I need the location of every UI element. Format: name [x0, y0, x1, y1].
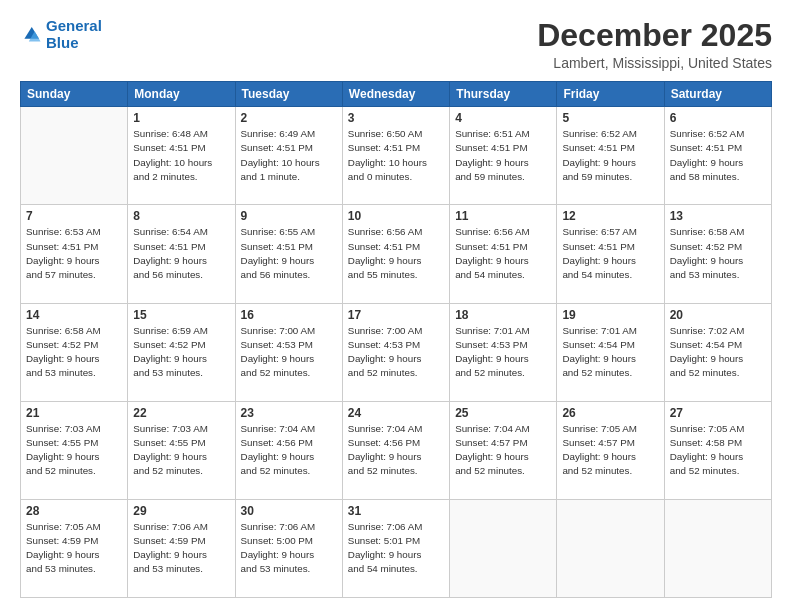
calendar-cell: 1Sunrise: 6:48 AM Sunset: 4:51 PM Daylig… — [128, 107, 235, 205]
calendar-cell: 3Sunrise: 6:50 AM Sunset: 4:51 PM Daylig… — [342, 107, 449, 205]
day-info: Sunrise: 6:58 AM Sunset: 4:52 PM Dayligh… — [670, 225, 766, 282]
day-number: 12 — [562, 209, 658, 223]
day-number: 23 — [241, 406, 337, 420]
calendar-cell: 5Sunrise: 6:52 AM Sunset: 4:51 PM Daylig… — [557, 107, 664, 205]
day-info: Sunrise: 7:03 AM Sunset: 4:55 PM Dayligh… — [26, 422, 122, 479]
calendar-cell: 25Sunrise: 7:04 AM Sunset: 4:57 PM Dayli… — [450, 401, 557, 499]
calendar-cell: 24Sunrise: 7:04 AM Sunset: 4:56 PM Dayli… — [342, 401, 449, 499]
calendar-cell: 17Sunrise: 7:00 AM Sunset: 4:53 PM Dayli… — [342, 303, 449, 401]
weekday-header-friday: Friday — [557, 82, 664, 107]
logo-line1: General — [46, 17, 102, 34]
calendar-cell — [21, 107, 128, 205]
day-info: Sunrise: 6:52 AM Sunset: 4:51 PM Dayligh… — [562, 127, 658, 184]
day-number: 18 — [455, 308, 551, 322]
calendar-cell: 27Sunrise: 7:05 AM Sunset: 4:58 PM Dayli… — [664, 401, 771, 499]
day-number: 14 — [26, 308, 122, 322]
day-info: Sunrise: 6:48 AM Sunset: 4:51 PM Dayligh… — [133, 127, 229, 184]
logo-icon — [20, 24, 42, 46]
day-info: Sunrise: 6:54 AM Sunset: 4:51 PM Dayligh… — [133, 225, 229, 282]
day-number: 6 — [670, 111, 766, 125]
day-number: 29 — [133, 504, 229, 518]
calendar-cell: 15Sunrise: 6:59 AM Sunset: 4:52 PM Dayli… — [128, 303, 235, 401]
day-number: 26 — [562, 406, 658, 420]
day-number: 13 — [670, 209, 766, 223]
page: General Blue December 2025 Lambert, Miss… — [0, 0, 792, 612]
day-info: Sunrise: 6:53 AM Sunset: 4:51 PM Dayligh… — [26, 225, 122, 282]
day-number: 4 — [455, 111, 551, 125]
calendar-cell: 4Sunrise: 6:51 AM Sunset: 4:51 PM Daylig… — [450, 107, 557, 205]
calendar-cell: 14Sunrise: 6:58 AM Sunset: 4:52 PM Dayli… — [21, 303, 128, 401]
subtitle: Lambert, Mississippi, United States — [537, 55, 772, 71]
day-info: Sunrise: 7:03 AM Sunset: 4:55 PM Dayligh… — [133, 422, 229, 479]
weekday-header-monday: Monday — [128, 82, 235, 107]
day-info: Sunrise: 7:05 AM Sunset: 4:57 PM Dayligh… — [562, 422, 658, 479]
day-info: Sunrise: 6:55 AM Sunset: 4:51 PM Dayligh… — [241, 225, 337, 282]
day-number: 31 — [348, 504, 444, 518]
calendar-cell: 8Sunrise: 6:54 AM Sunset: 4:51 PM Daylig… — [128, 205, 235, 303]
day-number: 10 — [348, 209, 444, 223]
day-info: Sunrise: 7:00 AM Sunset: 4:53 PM Dayligh… — [348, 324, 444, 381]
calendar-cell: 11Sunrise: 6:56 AM Sunset: 4:51 PM Dayli… — [450, 205, 557, 303]
calendar-cell: 29Sunrise: 7:06 AM Sunset: 4:59 PM Dayli… — [128, 499, 235, 597]
day-info: Sunrise: 6:52 AM Sunset: 4:51 PM Dayligh… — [670, 127, 766, 184]
calendar-cell: 13Sunrise: 6:58 AM Sunset: 4:52 PM Dayli… — [664, 205, 771, 303]
day-info: Sunrise: 7:05 AM Sunset: 4:58 PM Dayligh… — [670, 422, 766, 479]
day-info: Sunrise: 7:04 AM Sunset: 4:56 PM Dayligh… — [241, 422, 337, 479]
title-block: December 2025 Lambert, Mississippi, Unit… — [537, 18, 772, 71]
calendar-cell — [450, 499, 557, 597]
calendar-row: 21Sunrise: 7:03 AM Sunset: 4:55 PM Dayli… — [21, 401, 772, 499]
calendar-row: 14Sunrise: 6:58 AM Sunset: 4:52 PM Dayli… — [21, 303, 772, 401]
day-info: Sunrise: 6:57 AM Sunset: 4:51 PM Dayligh… — [562, 225, 658, 282]
weekday-header-wednesday: Wednesday — [342, 82, 449, 107]
day-number: 9 — [241, 209, 337, 223]
day-number: 8 — [133, 209, 229, 223]
calendar-cell: 21Sunrise: 7:03 AM Sunset: 4:55 PM Dayli… — [21, 401, 128, 499]
weekday-header-sunday: Sunday — [21, 82, 128, 107]
weekday-header-row: SundayMondayTuesdayWednesdayThursdayFrid… — [21, 82, 772, 107]
day-info: Sunrise: 6:51 AM Sunset: 4:51 PM Dayligh… — [455, 127, 551, 184]
calendar-row: 7Sunrise: 6:53 AM Sunset: 4:51 PM Daylig… — [21, 205, 772, 303]
calendar-cell: 26Sunrise: 7:05 AM Sunset: 4:57 PM Dayli… — [557, 401, 664, 499]
day-info: Sunrise: 7:01 AM Sunset: 4:53 PM Dayligh… — [455, 324, 551, 381]
main-title: December 2025 — [537, 18, 772, 53]
day-info: Sunrise: 7:06 AM Sunset: 4:59 PM Dayligh… — [133, 520, 229, 577]
calendar-cell: 19Sunrise: 7:01 AM Sunset: 4:54 PM Dayli… — [557, 303, 664, 401]
day-number: 3 — [348, 111, 444, 125]
day-number: 16 — [241, 308, 337, 322]
calendar-cell: 7Sunrise: 6:53 AM Sunset: 4:51 PM Daylig… — [21, 205, 128, 303]
calendar-cell: 16Sunrise: 7:00 AM Sunset: 4:53 PM Dayli… — [235, 303, 342, 401]
calendar-cell: 2Sunrise: 6:49 AM Sunset: 4:51 PM Daylig… — [235, 107, 342, 205]
day-number: 2 — [241, 111, 337, 125]
calendar-row: 1Sunrise: 6:48 AM Sunset: 4:51 PM Daylig… — [21, 107, 772, 205]
calendar-cell: 12Sunrise: 6:57 AM Sunset: 4:51 PM Dayli… — [557, 205, 664, 303]
day-info: Sunrise: 7:06 AM Sunset: 5:01 PM Dayligh… — [348, 520, 444, 577]
day-info: Sunrise: 6:56 AM Sunset: 4:51 PM Dayligh… — [455, 225, 551, 282]
calendar-cell: 18Sunrise: 7:01 AM Sunset: 4:53 PM Dayli… — [450, 303, 557, 401]
calendar-cell: 20Sunrise: 7:02 AM Sunset: 4:54 PM Dayli… — [664, 303, 771, 401]
day-info: Sunrise: 7:05 AM Sunset: 4:59 PM Dayligh… — [26, 520, 122, 577]
weekday-header-thursday: Thursday — [450, 82, 557, 107]
day-info: Sunrise: 6:56 AM Sunset: 4:51 PM Dayligh… — [348, 225, 444, 282]
calendar-cell: 9Sunrise: 6:55 AM Sunset: 4:51 PM Daylig… — [235, 205, 342, 303]
day-info: Sunrise: 7:00 AM Sunset: 4:53 PM Dayligh… — [241, 324, 337, 381]
day-info: Sunrise: 7:04 AM Sunset: 4:56 PM Dayligh… — [348, 422, 444, 479]
day-number: 20 — [670, 308, 766, 322]
day-number: 1 — [133, 111, 229, 125]
day-number: 15 — [133, 308, 229, 322]
calendar-cell: 6Sunrise: 6:52 AM Sunset: 4:51 PM Daylig… — [664, 107, 771, 205]
day-number: 21 — [26, 406, 122, 420]
calendar-table: SundayMondayTuesdayWednesdayThursdayFrid… — [20, 81, 772, 598]
day-number: 28 — [26, 504, 122, 518]
weekday-header-saturday: Saturday — [664, 82, 771, 107]
day-info: Sunrise: 6:50 AM Sunset: 4:51 PM Dayligh… — [348, 127, 444, 184]
calendar-cell: 31Sunrise: 7:06 AM Sunset: 5:01 PM Dayli… — [342, 499, 449, 597]
day-number: 24 — [348, 406, 444, 420]
day-number: 22 — [133, 406, 229, 420]
day-info: Sunrise: 7:06 AM Sunset: 5:00 PM Dayligh… — [241, 520, 337, 577]
logo-text: General Blue — [46, 18, 102, 51]
day-number: 7 — [26, 209, 122, 223]
calendar-row: 28Sunrise: 7:05 AM Sunset: 4:59 PM Dayli… — [21, 499, 772, 597]
day-number: 5 — [562, 111, 658, 125]
day-number: 19 — [562, 308, 658, 322]
calendar-cell — [557, 499, 664, 597]
